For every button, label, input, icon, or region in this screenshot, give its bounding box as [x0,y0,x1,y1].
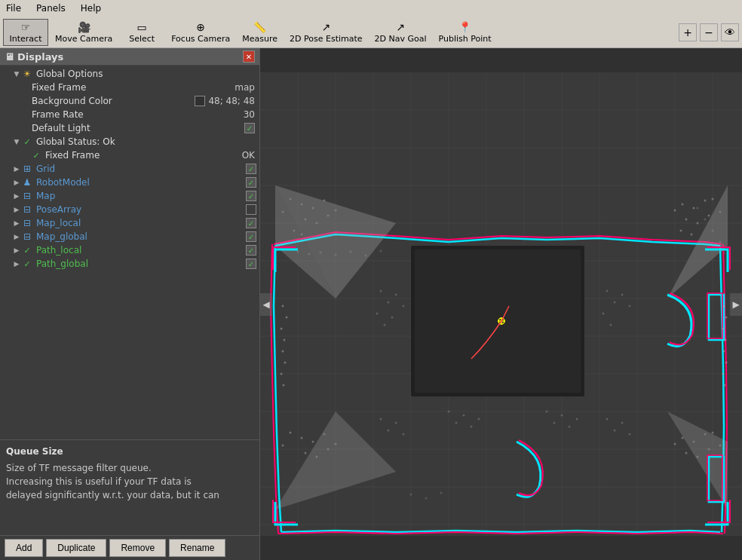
duplicate-button[interactable]: Duplicate [46,539,106,557]
svg-point-104 [723,305,725,308]
fixed-frame-status-value: OK [242,150,258,161]
grid-item[interactable]: ▶ ⊞ Grid ✓ [0,162,259,176]
menubar: File Panels Help [0,0,742,17]
svg-point-137 [478,418,480,421]
select-button[interactable]: ▭ Select [119,19,164,46]
global-status-item[interactable]: ▼ ✓ Global Status: Ok [0,135,259,148]
path-local-item[interactable]: ▶ ✓ Path_local ✓ [0,243,259,257]
map-local-checkbox[interactable]: ✓ [246,218,256,228]
svg-point-62 [704,200,707,202]
map-local-label: Map_local [35,218,246,228]
svg-point-98 [281,328,283,330]
svg-point-131 [621,422,624,424]
svg-point-66 [697,222,699,225]
path-global-icon: ✓ [21,258,33,270]
svg-point-59 [301,234,303,236]
move-camera-button[interactable]: 🎥 Move Camera [50,19,118,46]
svg-point-133 [448,411,450,413]
svg-point-107 [725,339,727,341]
path-global-label: Path_global [35,259,246,269]
fixed-frame-value[interactable]: map [235,82,258,93]
pose-array-checkbox[interactable] [246,204,256,215]
pose-icon: ↗ [321,21,330,33]
2d-pose-button[interactable]: ↗ 2D Pose Estimate [284,19,368,46]
measure-button[interactable]: 📏 Measure [237,19,283,46]
bottom-content: Queue Size Size of TF message filter que… [0,440,259,535]
svg-point-130 [614,430,616,432]
focus-icon: ⊕ [196,21,205,33]
pose-array-toggle[interactable]: ▶ [12,205,21,214]
path-global-toggle[interactable]: ▶ [12,259,21,268]
background-color-item: Background Color 48; 48; 48 [0,94,259,108]
displays-close-button[interactable]: ✕ [243,50,255,63]
background-color-value[interactable]: 48; 48; 48 [208,96,258,106]
interact-label: Interact [10,34,42,44]
global-options-toggle[interactable]: ▼ [12,69,21,78]
global-options-item[interactable]: ▼ ☀ Global Options [0,67,259,81]
svg-point-67 [708,215,710,217]
svg-point-124 [610,324,612,326]
svg-point-80 [682,437,684,439]
measure-icon: 📏 [253,21,266,33]
color-swatch[interactable] [195,96,205,106]
displays-header: 🖥 Displays ✕ [0,48,259,66]
rename-button[interactable]: Rename [169,539,225,557]
minus-icon-button[interactable]: − [700,23,718,41]
svg-point-122 [629,305,631,308]
menu-file[interactable]: File [3,2,24,15]
robot-model-item[interactable]: ▶ ♟ RobotModel ✓ [0,176,259,189]
svg-point-71 [301,437,303,439]
map-global-checkbox[interactable]: ✓ [246,231,256,242]
bottom-line-3: delayed significantly w.r.t. your data, … [6,488,253,502]
move-camera-label: Move Camera [55,34,112,44]
svg-point-77 [316,456,318,458]
grid-checkbox[interactable]: ✓ [246,164,256,174]
map-global-label: Map_global [35,231,246,242]
robot-model-toggle[interactable]: ▶ [12,178,21,187]
add-icon-button[interactable]: + [679,23,697,41]
3d-view[interactable]: ◀ ▶ [260,48,742,560]
default-light-item: Default Light ✓ [0,121,259,135]
global-status-toggle[interactable]: ▼ [12,137,21,146]
focus-camera-button[interactable]: ⊕ Focus Camera [166,19,235,46]
svg-point-123 [602,313,605,315]
bottom-buttons: Add Duplicate Remove Rename [0,535,259,560]
map-local-toggle[interactable]: ▶ [12,219,21,228]
view-arrow-left[interactable]: ◀ [260,293,272,316]
map-local-item[interactable]: ▶ ⊟ Map_local ✓ [0,216,259,230]
path-local-toggle[interactable]: ▶ [12,246,21,255]
2d-nav-button[interactable]: ↗ 2D Nav Goal [369,19,432,46]
add-button[interactable]: Add [5,539,43,557]
interact-button[interactable]: ☞ Interact [3,19,48,46]
svg-point-75 [290,432,292,434]
map-item[interactable]: ▶ ⊟ Map ✓ [0,189,259,203]
pose-array-item[interactable]: ▶ ⊟ PoseArray [0,203,259,216]
grid-toggle[interactable]: ▶ [12,164,21,173]
fixed-frame-item: Fixed Frame map [0,81,259,94]
eye-button[interactable]: 👁 [721,23,739,41]
menu-help[interactable]: Help [78,2,104,15]
svg-point-134 [455,422,458,424]
frame-rate-label: Frame Rate [30,109,244,120]
svg-point-34 [697,207,699,210]
frame-rate-item: Frame Rate 30 [0,108,259,121]
svg-point-99 [284,339,286,341]
map-global-toggle[interactable]: ▶ [12,232,21,241]
svg-point-129 [606,418,609,421]
background-color-label: Background Color [30,96,195,106]
path-global-item[interactable]: ▶ ✓ Path_global ✓ [0,257,259,271]
map-checkbox[interactable]: ✓ [246,191,256,201]
default-light-checkbox[interactable]: ✓ [244,123,255,133]
remove-button[interactable]: Remove [109,539,166,557]
svg-point-135 [463,415,465,417]
svg-point-41 [440,492,443,494]
frame-rate-value[interactable]: 30 [244,109,258,120]
map-global-item[interactable]: ▶ ⊟ Map_global ✓ [0,230,259,243]
map-toggle[interactable]: ▶ [12,191,21,200]
path-global-checkbox[interactable]: ✓ [246,259,256,269]
menu-panels[interactable]: Panels [33,2,69,15]
robot-model-checkbox[interactable]: ✓ [246,177,256,188]
publish-point-button[interactable]: 📍 Publish Point [434,19,497,46]
path-local-checkbox[interactable]: ✓ [246,245,256,256]
view-arrow-right[interactable]: ▶ [730,293,742,316]
